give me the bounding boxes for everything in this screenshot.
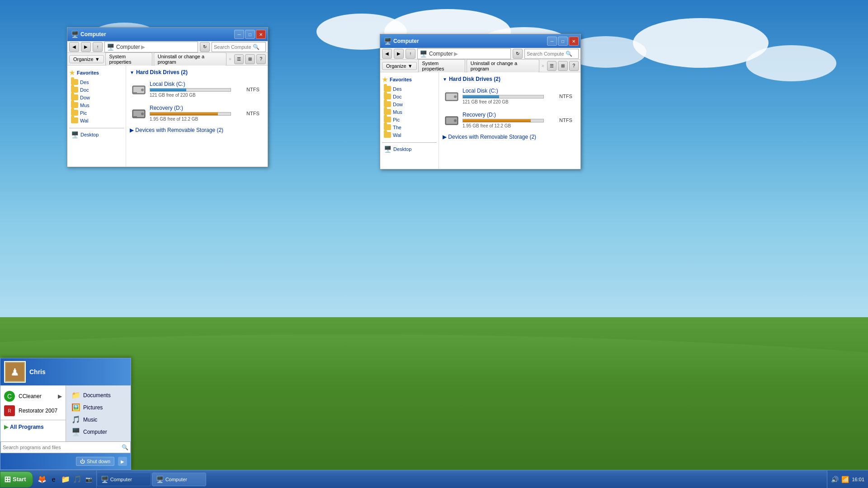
view-toggle-2[interactable]: ⊞ (245, 54, 255, 64)
removable-toggle-1[interactable]: ▶ (130, 127, 134, 133)
address-refresh-1[interactable]: ↻ (200, 42, 210, 52)
sidebar-item-wal-1[interactable]: Wal (69, 117, 124, 124)
more-options-icon-1[interactable]: » (229, 56, 231, 61)
drive-d-2[interactable]: Recovery (D:) 1.95 GB free of 12.2 GB NT… (443, 110, 577, 130)
help-button-1[interactable]: ? (256, 54, 266, 64)
network-icon[interactable]: 📶 (841, 476, 849, 483)
search-box-1[interactable]: 🔍 (212, 42, 266, 52)
address-refresh-2[interactable]: ↻ (513, 49, 523, 59)
drive-c-name-1[interactable]: Local Disk (C:) (150, 81, 239, 87)
start-item-restorator[interactable]: R Restorator 2007 (0, 404, 66, 418)
uninstall-button-2[interactable]: Uninstall or change a program (467, 59, 539, 73)
sidebar-item-dow-1[interactable]: Dow (69, 94, 124, 101)
titlebar-1[interactable]: 🖥️ Computer ─ □ ✕ (67, 28, 268, 41)
hdd-toggle-2[interactable]: ▼ (443, 77, 447, 82)
sidebar-desktop-1[interactable]: 🖥️ Desktop (69, 130, 124, 139)
uninstall-button-1[interactable]: Uninstall or change a program (154, 52, 226, 66)
close-button-2[interactable]: ✕ (569, 37, 579, 46)
start-item-ccleaner[interactable]: C CCleaner ▶ (0, 389, 66, 404)
view-toggle-3[interactable]: ☰ (547, 61, 557, 71)
start-right-computer[interactable]: 🖥️ Computer (66, 426, 131, 438)
maximize-button-1[interactable]: □ (245, 30, 255, 39)
drive-d-icon-2 (444, 113, 459, 127)
ie-icon[interactable]: e (48, 474, 59, 485)
all-programs-button[interactable]: ▶ All Programs (0, 422, 66, 432)
firefox-icon[interactable]: 🦊 (37, 474, 47, 485)
volume-icon[interactable]: 🔊 (831, 476, 839, 483)
back-button-1[interactable]: ◀ (69, 42, 79, 52)
system-properties-button-1[interactable]: System properties (105, 52, 152, 66)
extra-ql-icon[interactable]: 📷 (84, 474, 94, 485)
sidebar-item-dow-2[interactable]: Dow (382, 100, 437, 108)
minimize-button-2[interactable]: ─ (547, 37, 557, 46)
drive-c-icon-1 (132, 82, 146, 97)
sidebar-1: ★ Favorites Des Doc Dow Mus (67, 66, 126, 167)
folder-ql-icon[interactable]: 📁 (60, 474, 71, 485)
organize-button-1[interactable]: Organize ▼ (69, 55, 104, 63)
media-ql-icon[interactable]: 🎵 (72, 474, 83, 485)
start-right-documents[interactable]: 📁 Documents (66, 389, 131, 401)
search-box-2[interactable]: 🔍 (524, 49, 579, 59)
shut-down-arrow-button[interactable]: ▶ (118, 457, 127, 466)
sidebar-item-mus-1[interactable]: Mus (69, 101, 124, 109)
removable-section-1[interactable]: ▶ Devices with Removable Storage (2) (130, 127, 264, 133)
music-icon: 🎵 (71, 415, 80, 424)
start-search-input[interactable] (3, 445, 122, 450)
up-button-1[interactable]: ↑ (93, 42, 103, 52)
sidebar-item-the-2[interactable]: The (382, 123, 437, 131)
address-bar-2[interactable]: 🖥️ Computer ▶ (417, 48, 511, 59)
minimize-button-1[interactable]: ─ (234, 30, 244, 39)
sidebar-item-doc-1[interactable]: Doc (69, 86, 124, 94)
favorites-header-2: ★ Favorites (382, 76, 437, 83)
drive-c-name-2[interactable]: Local Disk (C:) (462, 88, 552, 94)
search-input-2[interactable] (525, 51, 566, 56)
sidebar-item-pic-1[interactable]: Pic (69, 109, 124, 117)
search-input-1[interactable] (212, 44, 253, 50)
svg-point-2 (141, 89, 144, 91)
back-button-2[interactable]: ◀ (382, 49, 392, 59)
drive-c-info-1: Local Disk (C:) 121 GB free of 220 GB (150, 81, 239, 98)
sidebar-separator-1 (69, 128, 124, 128)
start-search-bar[interactable]: 🔍 (0, 441, 131, 453)
shut-down-button[interactable]: ⏻ Shut down (76, 457, 114, 466)
quick-launch-bar: 🦊 e 📁 🎵 📷 (35, 470, 97, 488)
taskbar-item-computer-2[interactable]: 🖥️ Computer (152, 473, 206, 486)
hdd-toggle-1[interactable]: ▼ (130, 70, 134, 75)
more-options-icon-2[interactable]: » (542, 63, 544, 68)
forward-button-2[interactable]: ▶ (394, 49, 404, 59)
start-button[interactable]: ⊞ Start (0, 471, 33, 488)
start-menu: ♟ Chris C CCleaner ▶ R Restorator 2007 ▶… (0, 358, 131, 470)
maximize-button-2[interactable]: □ (558, 37, 568, 46)
sidebar-desktop-2[interactable]: 🖥️ Desktop (382, 145, 437, 154)
sidebar-item-wal-2[interactable]: Wal (382, 131, 437, 139)
removable-toggle-2[interactable]: ▶ (443, 134, 447, 140)
view-toggle-1[interactable]: ☰ (234, 54, 244, 64)
sidebar-item-mus-2[interactable]: Mus (382, 108, 437, 116)
drive-d-name-2[interactable]: Recovery (D:) (462, 112, 552, 118)
up-button-2[interactable]: ↑ (406, 49, 415, 59)
sidebar-item-doc-2[interactable]: Doc (382, 93, 437, 100)
sidebar-item-pic-2[interactable]: Pic (382, 116, 437, 123)
start-right-music[interactable]: 🎵 Music (66, 413, 131, 426)
drive-c-info-2: Local Disk (C:) 121 GB free of 220 GB (462, 88, 552, 104)
view-toggle-4[interactable]: ⊞ (558, 61, 567, 71)
removable-section-2[interactable]: ▶ Devices with Removable Storage (2) (443, 134, 577, 140)
titlebar-2[interactable]: 🖥️ Computer ─ □ ✕ (380, 34, 580, 48)
forward-button-1[interactable]: ▶ (81, 42, 91, 52)
drive-c-2[interactable]: Local Disk (C:) 121 GB free of 220 GB NT… (443, 86, 577, 106)
window-computer-2: 🖥️ Computer ─ □ ✕ ◀ ▶ ↑ 🖥️ Computer ▶ ↻ … (380, 34, 581, 169)
drive-d-1[interactable]: Recovery (D:) 1.95 GB free of 12.2 GB NT… (130, 103, 264, 123)
help-button-2[interactable]: ? (569, 61, 579, 71)
svg-text:♟: ♟ (10, 366, 19, 378)
system-properties-button-2[interactable]: System properties (418, 59, 465, 73)
drive-c-1[interactable]: Local Disk (C:) 121 GB free of 220 GB NT… (130, 79, 264, 99)
sidebar-item-des-1[interactable]: Des (69, 78, 124, 86)
sidebar-item-des-2[interactable]: Des (382, 85, 437, 93)
start-right-pictures[interactable]: 🖼️ Pictures (66, 401, 131, 413)
address-bar-1[interactable]: 🖥️ Computer ▶ (104, 42, 198, 52)
close-button-1[interactable]: ✕ (256, 30, 266, 39)
taskbar-item-computer-1[interactable]: 🖥️ Computer (97, 473, 151, 486)
hard-disk-section-1: ▼ Hard Disk Drives (2) (130, 69, 264, 75)
organize-button-2[interactable]: Organize ▼ (382, 62, 417, 70)
drive-d-name-1[interactable]: Recovery (D:) (150, 105, 239, 111)
